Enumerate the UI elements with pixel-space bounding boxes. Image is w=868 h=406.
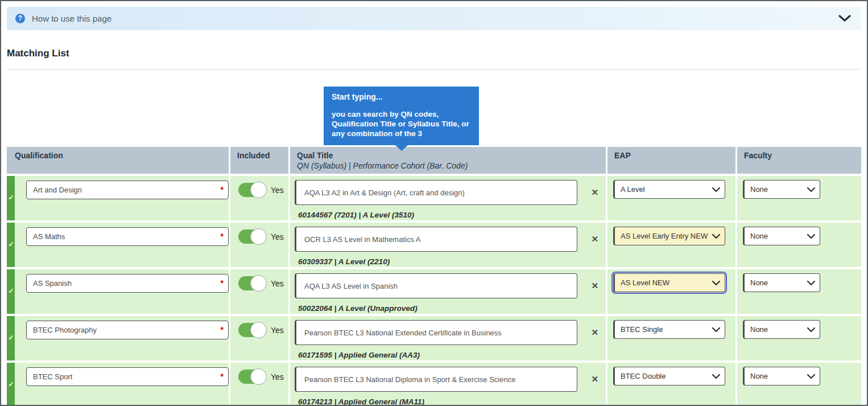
qualification-input[interactable] [26,227,229,246]
eap-select[interactable]: BTEC Single [613,320,725,339]
qual-title-input[interactable] [295,320,577,345]
qualification-input[interactable] [26,274,229,293]
included-toggle[interactable] [238,229,265,244]
column-header-qual-title-main: Qual Title [297,151,600,160]
clear-icon[interactable]: ✕ [591,328,598,337]
faculty-cell: None [737,223,861,267]
included-cell: Yes [230,363,288,406]
qual-title-cell: ✕ 60171595 | Applied General (AA3) [290,316,606,360]
row-check-icon: ✓ [7,240,15,248]
faculty-cell: None [737,316,861,360]
clear-icon[interactable]: ✕ [591,281,598,290]
included-toggle-label: Yes [271,322,284,339]
toggle-knob [250,228,267,245]
qual-title-cell: ✕ 50022064 | A Level (Unapproved) [290,269,606,314]
eap-select-wrap: AS Level Early Entry NEW [613,227,725,245]
eap-select[interactable]: BTEC Double [613,367,725,386]
qualification-cell: ✓ * [7,269,229,314]
faculty-select[interactable]: None [743,320,820,339]
qualification-input[interactable] [26,181,229,199]
toggle-knob [250,368,267,385]
row-check-icon: ✓ [7,287,15,295]
qn-info-label: 50022064 | A Level (Unapproved) [298,304,606,313]
qualification-input[interactable] [26,321,229,339]
row-check-icon: ✓ [7,380,15,388]
qn-info-label: 60171595 | Applied General (AA3) [298,351,606,359]
qual-title-input[interactable] [295,367,577,392]
required-asterisk: * [221,185,224,194]
included-toggle[interactable] [238,276,265,290]
qualification-input-wrap: * [26,371,229,381]
qualification-input-wrap: * [26,278,229,288]
row-check-icon: ✓ [7,334,15,342]
faculty-select-wrap: None [743,227,820,245]
clear-icon[interactable]: ✕ [591,188,598,196]
qn-info-label: 60309337 | A Level (2210) [298,257,606,266]
included-toggle[interactable] [238,183,265,197]
clear-icon[interactable]: ✕ [591,375,598,383]
included-toggle[interactable] [238,323,265,337]
qual-title-input[interactable] [295,180,577,205]
qual-title-cell: ✕ 60174213 | Applied General (MA11) [290,363,606,406]
faculty-cell: None [737,269,861,314]
faculty-select-wrap: None [743,180,820,199]
eap-select-wrap: BTEC Double [613,367,725,386]
faculty-select-wrap: None [743,320,820,339]
eap-cell: BTEC Single [607,316,735,360]
chevron-down-icon[interactable] [838,15,851,22]
eap-cell: AS Level NEW [607,269,735,314]
search-tooltip: Start typing... you can search by QN cod… [324,87,479,145]
help-icon: ? [15,14,25,23]
column-header-qualification: Qualification [7,147,229,174]
qual-title-input[interactable] [295,227,577,252]
faculty-select[interactable]: None [743,367,820,386]
qual-title-cell: ✕ 60309337 | A Level (2210) [290,223,606,267]
included-toggle-label: Yes [271,275,284,292]
qualification-input-wrap: * [26,325,229,334]
clear-icon[interactable]: ✕ [591,235,598,243]
included-toggle-label: Yes [271,182,284,199]
required-asterisk: * [221,372,224,381]
qualification-input-wrap: * [26,231,229,241]
column-header-included: Included [230,147,288,174]
matching-list-page: ? How to use this page Matching List Sta… [0,0,868,406]
column-header-eap: EAP [607,147,735,174]
qn-info-label: 60174213 | Applied General (MA11) [298,397,606,406]
tooltip-arrow [395,145,408,151]
qualification-cell: ✓ * [7,316,229,360]
required-asterisk: * [221,232,224,241]
included-cell: Yes [230,176,288,220]
required-asterisk: * [221,278,224,288]
faculty-select[interactable]: None [743,180,820,199]
qualification-cell: ✓ * [7,223,229,267]
qualification-input[interactable] [26,367,229,386]
qn-info-label: 60144567 (7201) | A Level (3510) [298,211,606,219]
faculty-cell: None [737,176,861,220]
search-tooltip-title: Start typing... [332,92,471,101]
included-toggle[interactable] [238,370,265,384]
column-header-qual-title: Qual Title QN (Syllabus) | Performance C… [290,147,606,174]
eap-select[interactable]: AS Level NEW [613,273,725,292]
column-header-qual-title-sub: QN (Syllabus) | Performance Cohort (Bar.… [297,161,600,170]
eap-cell: AS Level Early Entry NEW [607,223,735,267]
divider [7,69,861,69]
toggle-knob [250,275,267,292]
faculty-select-wrap: None [743,367,820,386]
qual-title-cell: ✕ 60144567 (7201) | A Level (3510) [290,176,606,220]
included-cell: Yes [230,269,288,314]
faculty-cell: None [737,363,861,406]
toggle-knob [250,322,267,338]
included-cell: Yes [230,316,288,360]
faculty-select[interactable]: None [743,273,820,292]
help-banner-label: How to use this page [32,14,111,23]
page-title: Matching List [7,48,861,59]
eap-select[interactable]: A Level [613,180,725,199]
search-tooltip-body: you can search by QN codes, Qualificatio… [332,109,471,138]
qual-title-input[interactable] [295,273,577,298]
qualification-input-wrap: * [26,184,229,194]
qualification-cell: ✓ * [7,363,229,406]
faculty-select[interactable]: None [743,227,820,245]
help-banner[interactable]: ? How to use this page [7,7,861,30]
eap-select[interactable]: AS Level Early Entry NEW [613,227,725,245]
faculty-select-wrap: None [743,273,820,292]
